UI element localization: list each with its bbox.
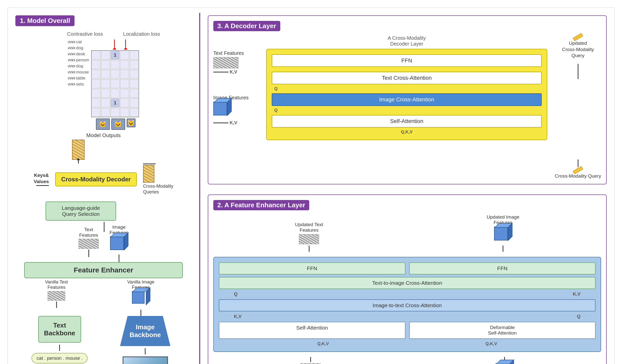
s2-updated-image-col: Updated Image Features [487,214,519,252]
input-text-line1: cat . person . mouse . [31,353,88,363]
s2-inputs-row: Text Features Image Features [213,357,601,364]
s2-text-to-image: Text-to-image Cross-Attention [219,277,596,289]
text-list-item: dog [68,64,89,69]
s2-image-to-text: Image-to-text Cross-Attention [219,299,596,311]
diagram-area: 1. Model Overall Contrastive loss Locali… [8,8,614,364]
s2-main-box: FFN FFN Text-to-image Cross-Attention Q … [213,257,601,352]
s3-left: Text Features K,V Image Features [213,35,259,126]
image-thumb [127,118,135,127]
matrix-grid: 1 [91,50,139,117]
text-list-item: mouse [68,70,89,75]
s2-ffn-row: FFN FFN [219,262,596,274]
s3-ffn: FFN [272,54,542,67]
s3-text-cross-attn: Text Cross-Attention [272,72,542,84]
input-image: 🐱 [123,356,168,364]
s2-q1: Q [234,292,237,297]
s3-updated-label: Updated Cross-Modality Query [562,40,594,59]
s2-updated-text-label: Updated Text Features [295,222,323,233]
left-panel: 1. Model Overall Contrastive loss Locali… [13,13,194,364]
s2-updated-text-stripe [299,234,319,244]
localization-loss-label: Localization loss [123,31,160,37]
text-list-item: dog [68,46,89,51]
text-backbone-box: Text Backbone [38,316,81,343]
vanilla-text-stripe [48,291,65,301]
s2-ffn-right: FFN [409,262,596,274]
keys-values-label: Keys& [34,173,49,178]
vanilla-image-cube [132,291,150,309]
s2-self-attn-row: Self-Attention Deformable Self-Attention [219,322,596,339]
s2-inner: FFN FFN Text-to-image Cross-Attention Q … [219,262,596,346]
s3-text-features-label: Text Features [213,50,244,56]
s2-q2: Q [577,314,580,319]
s2-image-input-col: Image Features [495,357,514,364]
s2-self-attn-left: Self-Attention [219,322,405,339]
s3-center: A Cross-Modality Decoder Layer FFN [266,35,547,140]
feature-enhancer-box: Feature Enhancer [24,262,183,278]
s3-self-attn: Self-Attention [272,115,542,128]
s2-kv2: K,V [234,314,241,319]
text-list-item: person [68,58,89,63]
section-2: 2. A Feature Enhancer Layer Updated Text… [208,194,607,364]
keys-values-label2: Values [34,179,49,184]
left-flow: Contrastive loss Localization loss cat [15,31,192,364]
text-list-item: desk [68,52,89,57]
s3-qkv: Q,K,V [401,130,412,135]
s2-ffn-left: FFN [219,262,405,274]
cross-modality-queries-label: Cross-ModalityQueries [143,183,173,195]
image-features-cube [110,236,128,254]
text-list-item: cat [68,39,89,45]
arrow-up [78,160,79,164]
text-list-item: sets [68,82,89,87]
output-features-stripe [72,140,85,160]
s3-image-cross-attn: Image Cross-Attention [272,93,542,106]
s2-qkv1: Q,K,V [317,341,329,346]
text-features-stripe [79,239,99,249]
s3-inner: FFN Text Cross-Attention Q [272,54,542,135]
s3-image-cube [213,102,231,119]
left-panel-title: 1. Model Overall [15,15,75,26]
section2-content: Updated Text Features Updated Image Feat… [213,214,601,364]
main-container: 1. Model Overall Contrastive loss Locali… [8,8,614,364]
s3-decoder-label: A Cross-Modality Decoder Layer [266,35,547,47]
s2-updated-image-cube [494,227,512,244]
text-list-item: table [68,76,89,81]
section3-title: 3. A Decoder Layer [213,21,280,31]
s2-text-input-col: Text Features [300,357,321,364]
s2-kv1: K,V [573,292,580,297]
right-panel: 3. A Decoder Layer Text Features K,V [205,13,609,364]
s3-kv-label2: K,V [230,120,237,126]
s3-q2: Q [274,108,278,113]
s2-outputs-row: Updated Text Features Updated Image Feat… [213,214,601,252]
s3-text-stripe [213,57,238,68]
cross-modality-decoder-box: Cross-Modality Decoder [55,172,137,186]
image-backbone-box: Image Backbone [120,316,170,346]
image-thumb [96,118,110,130]
s2-self-attn-right: Deformable Self-Attention [409,322,596,339]
section-3: 3. A Decoder Layer Text Features K,V [208,15,607,184]
s3-cross-query-label: Cross-Modality Query [555,173,601,179]
contrastive-loss-label: Contrastive loss [67,31,103,37]
s3-kv-label: K,V [230,69,237,75]
s3-main-box: FFN Text Cross-Attention Q [266,49,547,140]
vanilla-text-label: Vanilla TextFeatures [45,279,68,290]
lang-guide-box: Language-guide Query Selection [46,201,116,221]
text-features-label: TextFeatures [79,227,98,238]
s3-right: Updated Cross-Modality Query Cross-Modal… [555,35,601,179]
s3-q1: Q [274,86,278,91]
s2-qkv2: Q,K,V [486,341,497,346]
section2-title: 2. A Feature Enhancer Layer [213,200,309,210]
section3-content: Text Features K,V Image Features [213,35,601,179]
s2-updated-text-col: Updated Text Features [295,222,323,252]
image-thumb [111,118,125,130]
model-outputs-label: Model Outputs [86,132,121,138]
panel-divider [199,13,200,364]
